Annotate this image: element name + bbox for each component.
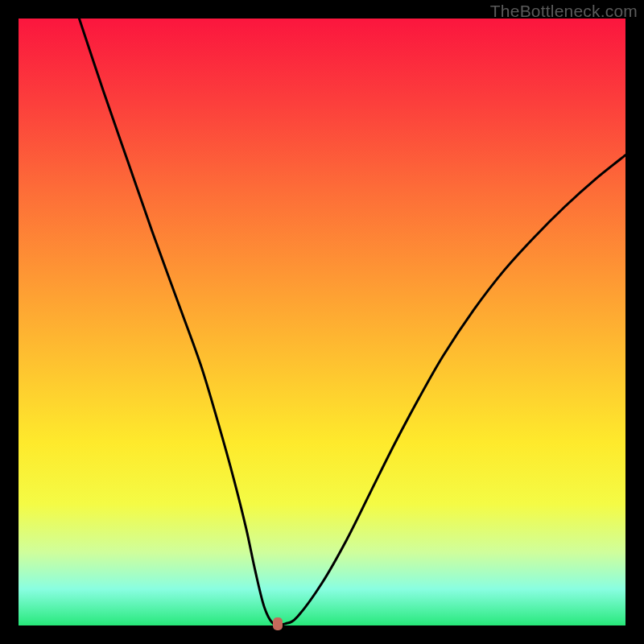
watermark-text: TheBottleneck.com [490, 2, 638, 21]
plot-area [19, 19, 625, 625]
bottleneck-curve [79, 19, 625, 625]
curve-svg [19, 19, 625, 625]
minimum-marker-icon [273, 617, 283, 630]
chart-frame: TheBottleneck.com [0, 0, 644, 644]
